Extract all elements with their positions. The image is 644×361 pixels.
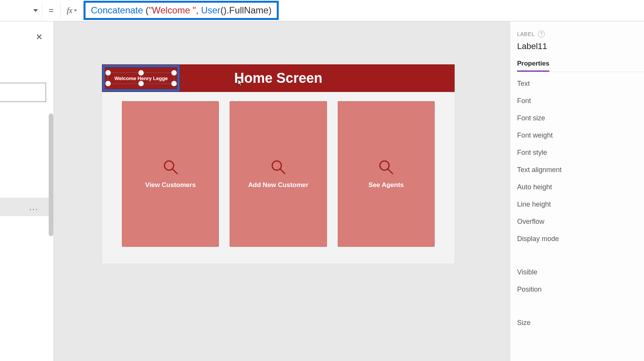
resize-handle[interactable] — [171, 70, 177, 75]
equals-sign: = — [42, 3, 61, 18]
chevron-down-icon — [74, 10, 77, 11]
cursor-icon — [238, 79, 243, 87]
formula-bar: = fx Concatenate ("Welcome ", User().Ful… — [0, 0, 644, 21]
search-icon — [163, 159, 179, 175]
formula-token-function: User — [201, 5, 220, 16]
tab-properties[interactable]: Properties — [517, 60, 549, 72]
control-name: Label11 — [517, 41, 644, 51]
property-row-position[interactable]: Position — [517, 286, 644, 294]
card-see-agents[interactable]: See Agents — [338, 101, 435, 247]
screen-title: Home Screen — [234, 70, 322, 86]
property-row-text-alignment[interactable]: Text alignment — [517, 166, 644, 174]
property-dropdown[interactable] — [0, 3, 42, 18]
resize-handle[interactable] — [138, 70, 144, 75]
property-row-auto-height[interactable]: Auto height — [517, 183, 644, 191]
search-icon — [378, 159, 394, 175]
property-row-display-mode[interactable]: Display mode — [517, 235, 644, 243]
chevron-down-icon — [33, 9, 38, 12]
formula-token-paren: ) — [223, 5, 227, 16]
search-icon — [270, 159, 286, 175]
fx-icon: fx — [67, 6, 72, 15]
scrollbar-thumb[interactable] — [49, 113, 53, 236]
tree-selected-item[interactable] — [0, 198, 49, 216]
card-view-customers[interactable]: View Customers — [122, 101, 219, 247]
formula-token-dot: . — [227, 5, 229, 16]
card-add-new-customer[interactable]: Add New Customer — [230, 101, 327, 247]
formula-token-comma: , — [196, 5, 201, 16]
card-label: Add New Customer — [248, 181, 309, 189]
close-icon[interactable]: ✕ — [36, 32, 43, 42]
property-row-text[interactable]: Text — [517, 80, 644, 88]
canvas-area[interactable]: Home Screen Welcome Henry Legge — [54, 21, 510, 361]
help-icon[interactable]: ? — [538, 31, 545, 38]
resize-handle[interactable] — [105, 81, 111, 86]
properties-panel: LABEL ? Label11 Properties Text Font Fon… — [510, 21, 644, 361]
ellipsis-icon[interactable]: ... — [29, 202, 38, 212]
control-type-label: LABEL ? — [517, 31, 644, 38]
property-row-font-weight[interactable]: Font weight — [517, 131, 644, 139]
property-row-line-height[interactable]: Line height — [517, 200, 644, 208]
property-row-font-size[interactable]: Font size — [517, 114, 644, 122]
formula-token-function: Concatenate — [91, 5, 146, 16]
property-row-size[interactable]: Size — [517, 319, 644, 327]
property-row-font[interactable]: Font — [517, 97, 644, 105]
formula-token-paren: ) — [268, 5, 271, 16]
formula-token-paren: ( — [220, 5, 223, 16]
formula-input[interactable]: Concatenate ("Welcome ", User().FullName… — [84, 1, 279, 20]
tree-view-panel: ✕ ... — [0, 21, 54, 361]
cards-row: View Customers Add New Customer See Agen… — [102, 92, 455, 256]
header-bar[interactable]: Home Screen Welcome Henry Legge — [102, 64, 455, 92]
label-text: Welcome Henry Legge — [114, 75, 168, 81]
property-row-visible[interactable]: Visible — [517, 268, 644, 276]
resize-handle[interactable] — [138, 81, 144, 86]
property-row-overflow[interactable]: Overflow — [517, 218, 644, 226]
app-screen[interactable]: Home Screen Welcome Henry Legge — [102, 64, 455, 264]
card-label: View Customers — [145, 181, 196, 189]
card-label: See Agents — [368, 181, 404, 189]
resize-handle[interactable] — [105, 70, 111, 75]
fx-button[interactable]: fx — [61, 3, 84, 18]
svg-line-1 — [172, 169, 177, 174]
formula-token-paren: ( — [146, 5, 149, 16]
selected-control-label[interactable]: Welcome Henry Legge — [103, 65, 179, 91]
properties-list: Text Font Font size Font weight Font sty… — [517, 80, 644, 327]
svg-line-3 — [280, 169, 285, 174]
control-type-text: LABEL — [517, 31, 535, 37]
formula-token-property: FullName — [229, 5, 269, 16]
search-input[interactable] — [0, 83, 46, 102]
formula-token-string: "Welcome " — [149, 5, 196, 16]
resize-handle[interactable] — [171, 81, 177, 86]
property-row-font-style[interactable]: Font style — [517, 149, 644, 157]
svg-line-5 — [388, 169, 393, 174]
